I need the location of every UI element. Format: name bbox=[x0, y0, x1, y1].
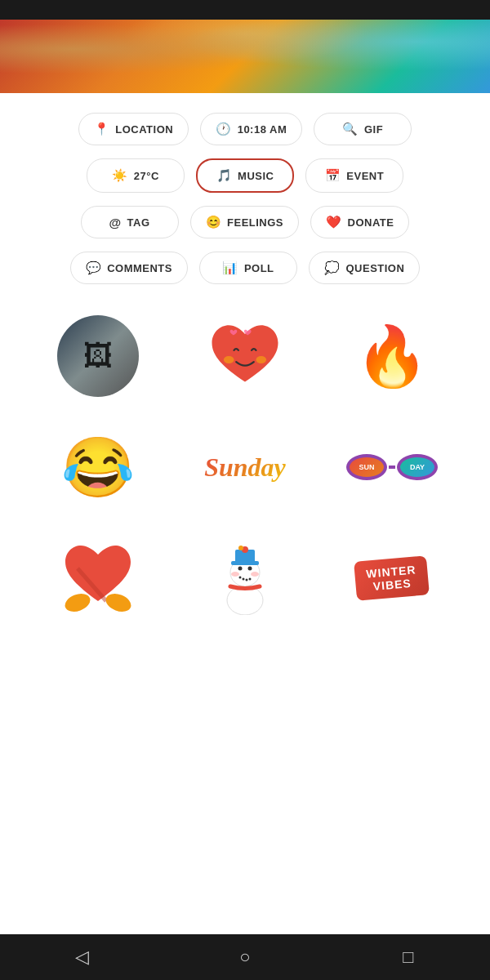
svg-point-12 bbox=[239, 577, 242, 579]
svg-point-0 bbox=[224, 356, 234, 363]
question-label: QUESTION bbox=[345, 262, 404, 274]
donate-icon: ❤️ bbox=[326, 215, 342, 229]
winter-vibes-sticker[interactable]: WINTER VIBES bbox=[335, 529, 449, 627]
sticker-button-grid: 📍 LOCATION 🕐 10:18 AM 🔍 GIF ☀️ 27°C 🎵 MU… bbox=[16, 113, 474, 284]
gif-label: GIF bbox=[364, 123, 383, 136]
poll-button[interactable]: 📊 POLL bbox=[199, 252, 297, 284]
tag-icon: @ bbox=[109, 216, 121, 229]
bottom-navigation: ◁ ○ □ bbox=[0, 934, 490, 980]
sunday-glasses-sticker[interactable]: SUN DAY bbox=[335, 418, 449, 516]
time-button[interactable]: 🕐 10:18 AM bbox=[200, 113, 302, 145]
time-icon: 🕐 bbox=[216, 122, 232, 136]
heart-hands-sticker[interactable] bbox=[41, 529, 155, 627]
donate-button[interactable]: ❤️ DONATE bbox=[310, 206, 409, 238]
location-button[interactable]: 📍 LOCATION bbox=[78, 113, 189, 145]
sunday-glasses: SUN DAY bbox=[346, 454, 438, 480]
weather-label: 27°C bbox=[134, 170, 159, 182]
laugh-sticker[interactable]: 😂 bbox=[41, 418, 155, 516]
home-icon: ○ bbox=[239, 947, 250, 968]
gif-icon: 🔍 bbox=[342, 122, 359, 136]
question-icon: 💭 bbox=[324, 261, 341, 275]
home-button[interactable]: ○ bbox=[220, 941, 270, 973]
music-icon: 🎵 bbox=[216, 168, 233, 183]
photo-circle bbox=[57, 315, 139, 397]
music-button[interactable]: 🎵 MUSIC bbox=[196, 158, 294, 193]
svg-point-14 bbox=[246, 579, 248, 581]
sticker-grid: 🔥 😂 Sunday SUN DAY bbox=[16, 301, 474, 921]
svg-point-15 bbox=[249, 578, 252, 581]
location-icon: 📍 bbox=[94, 122, 110, 136]
svg-point-9 bbox=[238, 546, 243, 550]
gif-button[interactable]: 🔍 GIF bbox=[314, 113, 412, 145]
cute-heart-svg bbox=[208, 319, 282, 393]
winter-vibes: WINTER VIBES bbox=[354, 555, 430, 601]
fire-emoji: 🔥 bbox=[355, 327, 429, 385]
sticker-row-1: 🔥 bbox=[16, 301, 474, 412]
comments-label: COMMENTS bbox=[107, 262, 172, 274]
comments-icon: 💬 bbox=[86, 261, 102, 275]
svg-point-3 bbox=[104, 590, 134, 613]
svg-point-11 bbox=[248, 567, 252, 571]
weather-button[interactable]: ☀️ 27°C bbox=[87, 158, 185, 193]
svg-point-10 bbox=[238, 567, 243, 571]
poll-label: POLL bbox=[244, 262, 274, 274]
poll-icon: 📊 bbox=[222, 261, 238, 275]
main-content: 📍 LOCATION 🕐 10:18 AM 🔍 GIF ☀️ 27°C 🎵 MU… bbox=[0, 93, 490, 934]
tag-button[interactable]: @ TAG bbox=[81, 206, 179, 238]
feelings-label: FEELINGS bbox=[227, 216, 283, 229]
sticker-row-2: 😂 Sunday SUN DAY bbox=[16, 412, 474, 523]
glass-bridge bbox=[389, 466, 395, 469]
comments-button[interactable]: 💬 COMMENTS bbox=[70, 252, 188, 284]
event-icon: 📅 bbox=[325, 168, 341, 183]
svg-point-13 bbox=[243, 578, 245, 581]
svg-point-17 bbox=[251, 572, 259, 577]
feelings-button[interactable]: 😊 FEELINGS bbox=[190, 206, 300, 238]
back-icon: ◁ bbox=[75, 947, 89, 968]
time-label: 10:18 AM bbox=[238, 123, 287, 136]
cute-heart-sticker[interactable] bbox=[188, 307, 302, 405]
music-label: MUSIC bbox=[238, 170, 274, 182]
heart-hands-svg bbox=[61, 544, 135, 613]
location-label: LOCATION bbox=[115, 123, 173, 136]
button-row-2: ☀️ 27°C 🎵 MUSIC 📅 EVENT bbox=[16, 158, 474, 193]
svg-rect-7 bbox=[231, 561, 259, 565]
button-row-1: 📍 LOCATION 🕐 10:18 AM 🔍 GIF bbox=[16, 113, 474, 145]
sticker-row-3: WINTER VIBES bbox=[16, 523, 474, 634]
sunday-sticker[interactable]: Sunday bbox=[188, 418, 302, 516]
snowman-svg bbox=[212, 541, 278, 615]
back-button[interactable]: ◁ bbox=[57, 941, 106, 973]
fire-sticker[interactable]: 🔥 bbox=[335, 307, 449, 405]
glass-right: DAY bbox=[397, 454, 438, 480]
weather-icon: ☀️ bbox=[112, 168, 128, 183]
recents-icon: □ bbox=[403, 947, 413, 968]
sunday-text: Sunday bbox=[204, 452, 286, 483]
status-bar bbox=[0, 0, 490, 20]
glass-left: SUN bbox=[346, 454, 387, 480]
top-header-image bbox=[0, 20, 490, 93]
event-button[interactable]: 📅 EVENT bbox=[305, 158, 403, 193]
event-label: EVENT bbox=[346, 170, 384, 182]
question-button[interactable]: 💭 QUESTION bbox=[309, 252, 420, 284]
donate-label: DONATE bbox=[348, 216, 394, 229]
svg-point-16 bbox=[231, 572, 239, 577]
button-row-3: @ TAG 😊 FEELINGS ❤️ DONATE bbox=[16, 206, 474, 238]
tag-label: TAG bbox=[127, 216, 150, 229]
svg-point-1 bbox=[256, 356, 267, 363]
photo-sticker[interactable] bbox=[41, 307, 155, 405]
svg-point-2 bbox=[63, 590, 93, 613]
feelings-icon: 😊 bbox=[206, 215, 222, 229]
recents-button[interactable]: □ bbox=[384, 941, 433, 973]
snowman-sticker[interactable] bbox=[188, 529, 302, 627]
laugh-emoji: 😂 bbox=[61, 438, 135, 497]
button-row-4: 💬 COMMENTS 📊 POLL 💭 QUESTION bbox=[16, 252, 474, 284]
